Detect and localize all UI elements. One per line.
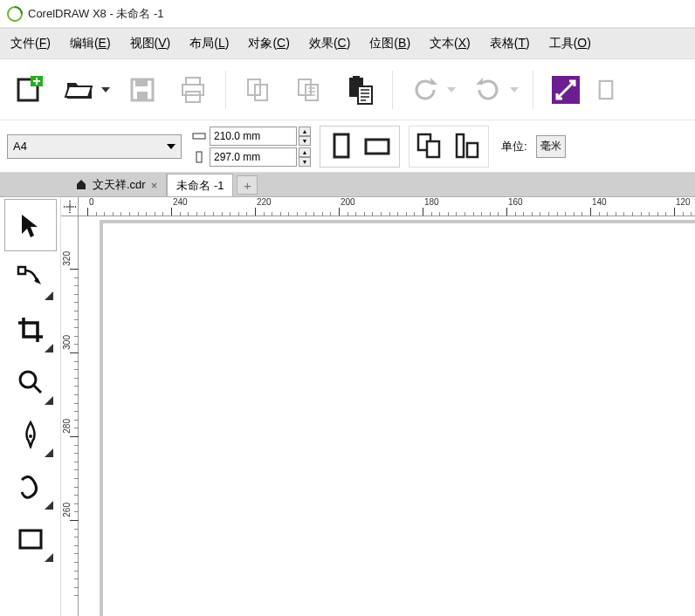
workspace: 0240220200180160140120 320300280260 — [0, 197, 695, 616]
redo-button — [466, 68, 510, 112]
page-size-value: A4 — [13, 140, 27, 153]
pen-tool[interactable] — [4, 408, 57, 461]
menu-layout[interactable]: 布局(L) — [189, 36, 229, 51]
ruler-vertical[interactable]: 320300280260 — [61, 216, 79, 616]
svg-rect-16 — [600, 80, 612, 98]
svg-rect-4 — [137, 92, 148, 100]
page-height-input[interactable]: 297.0 mm — [210, 147, 297, 167]
svg-rect-20 — [366, 140, 389, 154]
page-width-input[interactable]: 210.0 mm — [210, 127, 297, 146]
menu-object[interactable]: 对象(C) — [248, 36, 289, 51]
apply-all-pages-button[interactable] — [415, 131, 446, 162]
print-button — [171, 68, 215, 112]
app-logo-icon — [7, 6, 23, 22]
save-button — [120, 68, 164, 112]
window-title: CorelDRAW X8 - 未命名 -1 — [28, 6, 164, 22]
menubar: 文件(F) 编辑(E) 视图(V) 布局(L) 对象(C) 效果(C) 位图(B… — [0, 28, 695, 59]
svg-rect-28 — [20, 530, 41, 548]
menu-effects[interactable]: 效果(C) — [309, 36, 350, 51]
orientation-group — [320, 126, 400, 168]
rectangle-tool[interactable] — [4, 513, 57, 565]
window-titlebar: CorelDRAW X8 - 未命名 -1 — [0, 0, 695, 28]
svg-rect-13 — [353, 76, 360, 79]
svg-rect-19 — [334, 134, 348, 157]
svg-rect-5 — [186, 78, 200, 85]
page-size-select[interactable]: A4 — [7, 134, 182, 159]
svg-rect-17 — [193, 133, 205, 139]
copy-button — [287, 68, 331, 112]
svg-rect-25 — [18, 267, 25, 274]
menu-table[interactable]: 表格(T) — [490, 36, 530, 51]
new-document-button[interactable] — [7, 68, 51, 112]
publish-button[interactable] — [544, 68, 588, 112]
tab-label: 文天祥.cdr — [93, 177, 146, 193]
menu-edit[interactable]: 编辑(E) — [70, 36, 111, 51]
ruler-origin[interactable] — [61, 197, 79, 216]
zoom-tool[interactable] — [4, 356, 57, 408]
menu-view[interactable]: 视图(V) — [130, 36, 171, 51]
standard-toolbar — [0, 59, 695, 120]
unit-label: 单位: — [501, 139, 527, 154]
menu-tools[interactable]: 工具(O) — [549, 36, 591, 51]
property-bar: A4 210.0 mm ▲▼ 297.0 mm ▲▼ 单位: 毫米 — [0, 120, 695, 173]
shape-tool[interactable] — [4, 251, 57, 304]
page-apply-group — [409, 126, 489, 168]
page[interactable] — [103, 223, 695, 616]
tab-label: 未命名 -1 — [176, 178, 224, 194]
svg-rect-7 — [186, 92, 200, 102]
height-icon — [190, 151, 208, 163]
open-dropdown-icon[interactable] — [101, 87, 110, 92]
canvas-area: 0240220200180160140120 320300280260 — [61, 197, 695, 616]
open-document-button[interactable] — [58, 68, 101, 112]
paste-button[interactable] — [338, 68, 382, 112]
pick-tool[interactable] — [4, 199, 57, 251]
svg-point-26 — [20, 372, 36, 387]
undo-dropdown-icon — [447, 87, 456, 92]
document-tab[interactable]: 文天祥.cdr × — [66, 174, 167, 196]
document-tabbar: 文天祥.cdr × 未命名 -1 + — [0, 173, 695, 197]
redo-dropdown-icon — [510, 87, 519, 92]
svg-point-27 — [29, 435, 32, 438]
undo-button — [403, 68, 447, 112]
home-icon — [75, 178, 87, 193]
menu-text[interactable]: 文本(X) — [430, 36, 471, 51]
svg-rect-24 — [467, 143, 478, 157]
ruler-horizontal[interactable]: 0240220200180160140120 — [79, 197, 695, 216]
svg-rect-22 — [427, 141, 439, 157]
width-icon — [190, 131, 208, 141]
svg-rect-23 — [457, 134, 464, 157]
apply-current-page-button[interactable] — [451, 131, 483, 162]
toolbox — [0, 197, 61, 616]
cut-button — [237, 68, 280, 112]
orientation-landscape-button[interactable] — [362, 131, 394, 162]
export-button — [595, 68, 617, 112]
svg-rect-3 — [135, 79, 148, 86]
unit-select[interactable]: 毫米 — [536, 135, 566, 158]
drawing-canvas[interactable] — [79, 216, 695, 616]
chevron-down-icon — [167, 144, 175, 149]
svg-rect-18 — [196, 152, 202, 162]
menu-file[interactable]: 文件(F) — [10, 36, 51, 51]
svg-rect-14 — [358, 86, 372, 104]
new-tab-button[interactable]: + — [237, 175, 258, 195]
orientation-portrait-button[interactable] — [326, 131, 357, 162]
document-tab[interactable]: 未命名 -1 — [167, 174, 233, 196]
width-spinner[interactable]: ▲▼ — [299, 127, 311, 146]
crop-tool[interactable] — [4, 304, 57, 356]
artistic-media-tool[interactable] — [4, 461, 57, 513]
page-dimensions: 210.0 mm ▲▼ 297.0 mm ▲▼ — [190, 127, 311, 167]
height-spinner[interactable]: ▲▼ — [299, 147, 311, 167]
tab-close-button[interactable]: × — [151, 179, 158, 192]
menu-bitmap[interactable]: 位图(B) — [369, 36, 410, 51]
